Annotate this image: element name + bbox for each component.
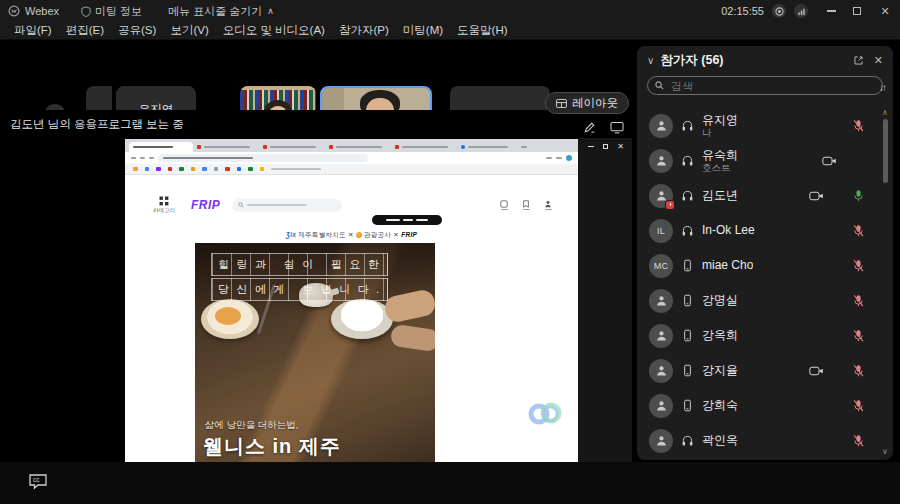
layout-button[interactable]: 레이아웃 bbox=[545, 92, 629, 114]
headset-icon bbox=[681, 189, 694, 202]
frip-saved-icon bbox=[522, 200, 530, 211]
shared-browser-window: 카테고리 FRIP bbox=[125, 139, 578, 462]
mic-muted-icon bbox=[852, 224, 865, 237]
browser-tab bbox=[259, 142, 325, 152]
menu-file[interactable]: 파일(F) bbox=[14, 23, 52, 38]
participant-row[interactable]: 유지영나 bbox=[637, 108, 883, 143]
scrollbar[interactable]: ∧ ∨ bbox=[880, 108, 890, 456]
chevron-up-icon: ∧ bbox=[267, 6, 274, 16]
closed-captions-button[interactable]: cc bbox=[28, 473, 48, 490]
phone-icon bbox=[681, 259, 694, 272]
avatar bbox=[649, 289, 673, 313]
menu-meeting[interactable]: 미팅(M) bbox=[403, 23, 443, 38]
avatar bbox=[649, 394, 673, 418]
view-options-button[interactable] bbox=[610, 121, 624, 134]
video-filmstrip: ‹ 유지영 나 김도년 정류림 › 레이아 bbox=[0, 40, 632, 110]
collapse-chevron-icon[interactable]: ∨ bbox=[647, 55, 654, 66]
avatar bbox=[649, 429, 673, 453]
meeting-timer: 02:15:55 bbox=[721, 5, 764, 17]
participant-row[interactable]: 강명실 bbox=[637, 283, 883, 318]
menu-edit[interactable]: 편집(E) bbox=[66, 23, 104, 38]
avatar bbox=[649, 184, 673, 208]
menu-participants[interactable]: 참가자(P) bbox=[339, 23, 389, 38]
layout-grid-icon bbox=[556, 99, 567, 108]
frip-search-field bbox=[232, 199, 342, 212]
popout-panel-button[interactable] bbox=[853, 55, 864, 66]
frip-site-header: 카테고리 FRIP bbox=[125, 187, 578, 223]
avatar-initials: IL bbox=[649, 219, 673, 243]
url-field bbox=[158, 154, 368, 162]
avatar bbox=[649, 324, 673, 348]
phone-icon bbox=[681, 364, 694, 377]
poster-caption-big: 웰니스 in 제주 bbox=[203, 433, 341, 460]
close-window-button[interactable]: ✕ bbox=[870, 5, 900, 18]
participants-panel: ∨ 참가자 (56) ✕ ↓↑ 유지영나 유숙희호스트 bbox=[637, 46, 893, 460]
browser-addressbar bbox=[125, 152, 578, 164]
participant-row[interactable]: 곽인옥 bbox=[637, 423, 883, 458]
headset-icon bbox=[681, 224, 694, 237]
shield-icon bbox=[81, 6, 91, 17]
participant-row[interactable]: 김도년 bbox=[637, 178, 883, 213]
camera-on-icon bbox=[809, 365, 824, 377]
person-icon bbox=[655, 294, 668, 307]
person-icon bbox=[655, 329, 668, 342]
tea-bowl bbox=[331, 299, 393, 339]
participants-title: 참가자 (56) bbox=[660, 52, 723, 69]
sort-participants-button[interactable]: ↓↑ bbox=[879, 82, 885, 93]
participants-panel-header: ∨ 참가자 (56) ✕ bbox=[637, 46, 893, 74]
poster-headline: 힐링과 쉼이 필요한 당신에게 보냅니다. bbox=[211, 253, 388, 301]
participants-list: 유지영나 유숙희호스트 김도년 IL In-Ok Lee bbox=[637, 108, 883, 458]
poster-caption-small: 삶에 낭만을 더하는법, bbox=[205, 419, 298, 432]
webex-logo: Webex bbox=[8, 5, 59, 17]
webex-meeting-window: Webex 미팅 정보 메뉴 표시줄 숨기기 ∧ 02:15:55 ✕ 파일(F… bbox=[0, 0, 900, 504]
maximize-button[interactable] bbox=[844, 7, 870, 15]
scroll-up-icon[interactable]: ∧ bbox=[882, 108, 888, 117]
org-emblem bbox=[356, 232, 362, 238]
participant-row[interactable]: 강옥희 bbox=[637, 318, 883, 353]
close-panel-button[interactable]: ✕ bbox=[874, 54, 883, 67]
menu-view[interactable]: 보기(V) bbox=[170, 23, 208, 38]
mic-muted-icon bbox=[852, 259, 865, 272]
browser-tabstrip bbox=[125, 139, 578, 152]
record-indicator-icon[interactable] bbox=[772, 4, 786, 18]
headset-icon bbox=[681, 154, 694, 167]
mic-muted-icon bbox=[852, 294, 865, 307]
meeting-info-button[interactable]: 미팅 정보 bbox=[81, 4, 142, 19]
shared-screen-stage: ✕ bbox=[0, 138, 632, 462]
viewing-status-text: 김도년 님의 응용프로그램 보는 중 bbox=[10, 117, 184, 132]
scroll-down-icon[interactable]: ∨ bbox=[882, 447, 888, 456]
search-input[interactable] bbox=[669, 79, 875, 93]
person-icon bbox=[655, 434, 668, 447]
participant-row[interactable]: MC miae Cho bbox=[637, 248, 883, 283]
background-window: ✕ bbox=[578, 138, 632, 462]
menu-share[interactable]: 공유(S) bbox=[118, 23, 156, 38]
presenter-badge bbox=[665, 200, 675, 210]
menu-help[interactable]: 도움말(H) bbox=[457, 23, 507, 38]
hide-menubar-button[interactable]: 메뉴 표시줄 숨기기 ∧ bbox=[168, 4, 274, 19]
popout-icon bbox=[853, 55, 864, 66]
scrollbar-thumb[interactable] bbox=[883, 119, 888, 183]
person-icon bbox=[655, 119, 668, 132]
headset-icon bbox=[681, 119, 694, 132]
annotate-button[interactable] bbox=[583, 121, 596, 134]
grid-icon bbox=[159, 196, 169, 206]
avatar bbox=[649, 359, 673, 383]
frip-logo: FRIP bbox=[191, 198, 220, 212]
phone-icon bbox=[681, 329, 694, 342]
browser-tab bbox=[391, 142, 457, 152]
mic-on-icon bbox=[852, 189, 865, 202]
participant-row[interactable]: 강지율 bbox=[637, 353, 883, 388]
frip-tooltip bbox=[372, 215, 442, 225]
menu-audio-video[interactable]: 오디오 및 비디오(A) bbox=[223, 23, 325, 38]
participant-row[interactable]: 유숙희호스트 bbox=[637, 143, 883, 178]
viewing-status-row: 김도년 님의 응용프로그램 보는 중 − 40% + bbox=[0, 110, 632, 138]
phone-icon bbox=[681, 294, 694, 307]
participant-row[interactable]: IL In-Ok Lee bbox=[637, 213, 883, 248]
mic-muted-icon bbox=[852, 434, 865, 447]
connection-quality-icon[interactable] bbox=[794, 4, 808, 18]
browser-tab bbox=[193, 142, 259, 152]
new-tab-button bbox=[517, 142, 531, 152]
minimize-button[interactable] bbox=[818, 10, 844, 12]
participant-row[interactable]: 강희숙 bbox=[637, 388, 883, 423]
close-icon: ✕ bbox=[880, 5, 889, 18]
